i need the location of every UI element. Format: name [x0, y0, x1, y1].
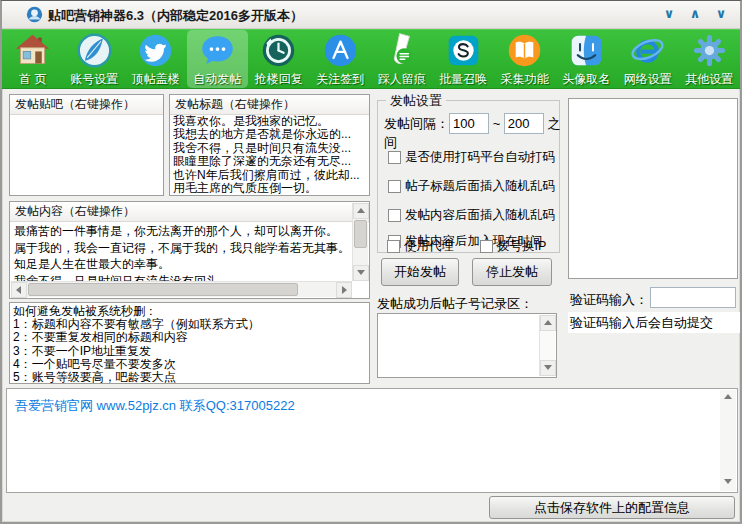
minimize-button[interactable]: ∨: [660, 5, 678, 23]
toolbar-label: 首 页: [19, 71, 46, 88]
toolbar-label: 自动发帖: [193, 71, 241, 88]
scroll-up-arrow[interactable]: [540, 315, 556, 331]
toolbar-item-visit-trace[interactable]: 踩人留痕: [371, 30, 433, 88]
home-icon: [14, 32, 51, 69]
tips-line: 3：不要一个IP地址重复发: [13, 345, 369, 358]
interval-max-input[interactable]: [504, 113, 544, 134]
titlebar: 贴吧营销神器6.3（内部稳定2016多开版本） ∨ ∧ ∨: [2, 1, 740, 29]
toolbar-label: 批量召唤: [439, 71, 487, 88]
tips-body: 如何避免发帖被系统秒删： 1：标题和内容不要有敏感字（例如联系方式） 2：不要重…: [10, 303, 369, 383]
checkbox-label: 发帖内容后面插入随机乱码: [405, 207, 555, 224]
content-vertical-scrollbar[interactable]: [352, 203, 368, 281]
appstore-icon: [322, 32, 359, 69]
log-vertical-scrollbar[interactable]: [720, 390, 736, 491]
log-area[interactable]: 吾爱营销官网 www.52pjz.cn 联系QQ:317005222: [6, 388, 738, 493]
scroll-up-arrow[interactable]: [720, 390, 736, 406]
interval-label: 发帖间隔：: [384, 116, 449, 131]
checkbox-row-dial-ip[interactable]: 拨号换IP: [480, 238, 546, 255]
checkbox-label: 是否使用打码平台自动打码: [405, 149, 555, 166]
content-line[interactable]: 我舍不得，只是时间只有流失没有回头。: [14, 273, 352, 282]
skype-icon: [445, 32, 482, 69]
scrollbar-thumb[interactable]: [28, 283, 298, 296]
close-button[interactable]: ∨: [712, 5, 730, 23]
tieba-list-panel[interactable]: 发帖贴吧（右键操作）: [9, 94, 164, 196]
title-list-item[interactable]: 也许N年后我们擦肩而过，彼此却...: [170, 169, 369, 182]
save-config-button[interactable]: 点击保存软件上的配置信息: [489, 496, 735, 519]
checkbox-row-content-random[interactable]: 发帖内容后面插入随机乱码: [388, 207, 555, 224]
feather-icon: [76, 32, 113, 69]
toolbar-label: 头像取名: [562, 71, 610, 88]
toolbar-item-account-settings[interactable]: 账号设置: [64, 30, 126, 88]
content-panel-header: 发帖内容（右键操作）: [10, 202, 369, 222]
ie-icon: [629, 32, 666, 69]
bird-icon: [137, 32, 174, 69]
checkbox-row-title-random[interactable]: 帖子标题后面插入随机乱码: [388, 178, 555, 195]
content-line[interactable]: 最痛苦的一件事情是，你无法离开的那个人，却可以离开你。: [14, 223, 352, 240]
title-list-item[interactable]: 我喜欢你。是我独家的记忆。: [170, 115, 369, 128]
title-list-item[interactable]: 我想去的地方是否就是你永远的...: [170, 128, 369, 141]
toolbar-item-auto-post[interactable]: 自动发帖: [187, 30, 249, 88]
checkbox-icon[interactable]: [388, 209, 401, 222]
toolbar-item-bump-posts[interactable]: 顶帖盖楼: [125, 30, 187, 88]
scroll-down-arrow[interactable]: [720, 475, 736, 491]
toolbar-label: 顶帖盖楼: [132, 71, 180, 88]
content-horizontal-scrollbar[interactable]: [11, 281, 352, 297]
toolbar-label: 账号设置: [70, 71, 118, 88]
start-post-button[interactable]: 开始发帖: [381, 258, 459, 286]
checkbox-icon[interactable]: [480, 240, 493, 253]
title-list-item[interactable]: 眼瞳里除了深邃的无奈还有无尽...: [170, 155, 369, 168]
toolbar-item-home[interactable]: 首 页: [2, 30, 64, 88]
toolbar-item-floor-reply[interactable]: 抢楼回复: [248, 30, 310, 88]
toolbar-item-other-settings[interactable]: 其他设置: [679, 30, 741, 88]
captcha-input[interactable]: [650, 287, 736, 308]
sock-icon: [383, 32, 420, 69]
checkbox-icon[interactable]: [387, 240, 400, 253]
title-list-panel[interactable]: 发帖标题（右键操作） 我喜欢你。是我独家的记忆。 我想去的地方是否就是你永远的.…: [169, 94, 370, 196]
scroll-right-arrow[interactable]: [336, 282, 352, 298]
interval-tilde: ~: [493, 116, 501, 131]
content-line[interactable]: 知足是人生在世最大的幸事。: [14, 256, 352, 273]
checkbox-icon[interactable]: [388, 151, 401, 164]
checkbox-icon[interactable]: [388, 180, 401, 193]
content-list-body[interactable]: 最痛苦的一件事情是，你无法离开的那个人，却可以离开你。 属于我的，我会一直记得，…: [11, 222, 352, 281]
record-area-label: 发帖成功后帖子号记录区：: [377, 295, 533, 313]
record-textarea[interactable]: [377, 313, 557, 378]
captcha-hint-text: 验证码输入后会自动提交: [568, 312, 740, 333]
scroll-up-arrow[interactable]: [353, 203, 369, 219]
tieba-list-header: 发帖贴吧（右键操作）: [10, 95, 163, 115]
app-icon: [26, 6, 43, 23]
scroll-down-arrow[interactable]: [353, 265, 369, 281]
window-controls: ∨ ∧ ∨: [660, 5, 730, 23]
title-list-body[interactable]: 我喜欢你。是我独家的记忆。 我想去的地方是否就是你永远的... 我舍不得，只是时…: [170, 115, 369, 195]
toolbar-label: 抢楼回复: [255, 71, 303, 88]
checkbox-label: 使用代理: [404, 238, 454, 255]
app-window: 贴吧营销神器6.3（内部稳定2016多开版本） ∨ ∧ ∨ 首 页 账号设置 顶…: [0, 0, 742, 524]
content-line[interactable]: 属于我的，我会一直记得，不属于我的，我只能学着若无其事。: [14, 240, 352, 257]
title-list-item[interactable]: 用毛主席的气质压倒一切。: [170, 182, 369, 195]
window-title: 贴吧营销神器6.3（内部稳定2016多开版本）: [48, 7, 303, 25]
title-list-item[interactable]: 我舍不得，只是时间只有流失没...: [170, 142, 369, 155]
checkbox-row-auto-captcha[interactable]: 是否使用打码平台自动打码: [388, 149, 555, 166]
interval-min-input[interactable]: [449, 113, 489, 134]
toolbar-label: 网络设置: [624, 71, 672, 88]
post-settings-legend: 发帖设置: [386, 92, 446, 110]
scrollbar-thumb[interactable]: [354, 220, 367, 248]
record-vertical-scrollbar[interactable]: [539, 315, 555, 376]
tips-line: 2：不要重复发相同的标题和内容: [13, 331, 369, 344]
scroll-down-arrow[interactable]: [540, 360, 556, 376]
content-panel[interactable]: 发帖内容（右键操作） 最痛苦的一件事情是，你无法离开的那个人，却可以离开你。 属…: [9, 201, 370, 299]
toolbar-label: 采集功能: [501, 71, 549, 88]
toolbar-item-avatar-name[interactable]: 头像取名: [556, 30, 618, 88]
toolbar-item-network-settings[interactable]: 网络设置: [617, 30, 679, 88]
title-list-header: 发帖标题（右键操作）: [170, 95, 369, 115]
checkbox-row-use-proxy[interactable]: 使用代理: [387, 238, 454, 255]
scroll-left-arrow[interactable]: [11, 282, 27, 298]
maximize-button[interactable]: ∧: [686, 5, 704, 23]
toolbar-item-batch-summon[interactable]: 批量召唤: [433, 30, 495, 88]
main-toolbar: 首 页 账号设置 顶帖盖楼 自动发帖 抢楼回复: [2, 29, 740, 89]
log-text: 吾爱营销官网 www.52pjz.cn 联系QQ:317005222: [15, 397, 295, 415]
toolbar-item-collect[interactable]: 采集功能: [494, 30, 556, 88]
stop-post-button[interactable]: 停止发帖: [472, 258, 552, 286]
toolbar-item-follow-checkin[interactable]: 关注签到: [310, 30, 372, 88]
captcha-input-label: 验证码输入：: [570, 291, 648, 309]
